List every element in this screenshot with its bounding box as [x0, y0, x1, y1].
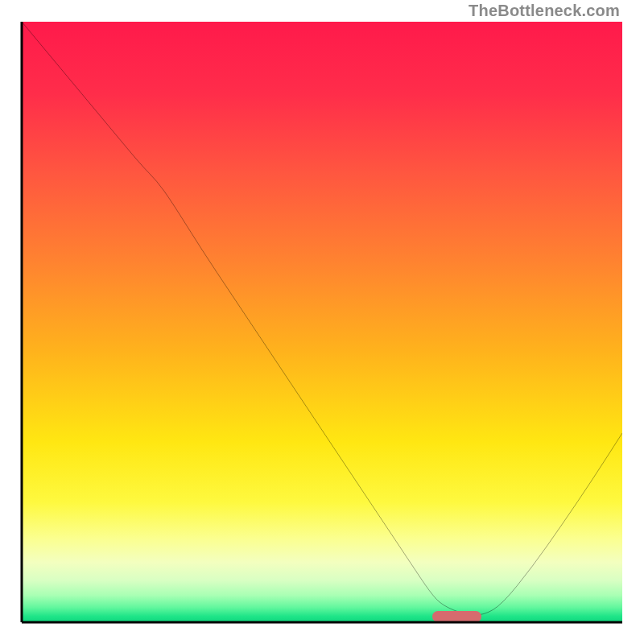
- chart-container: TheBottleneck.com: [0, 0, 644, 644]
- axes: [0, 0, 644, 644]
- watermark: TheBottleneck.com: [469, 2, 620, 20]
